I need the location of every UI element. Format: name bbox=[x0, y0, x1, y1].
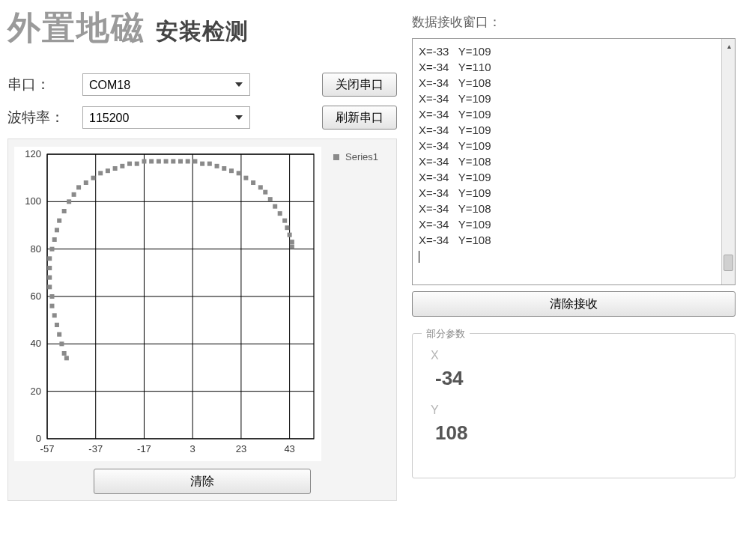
svg-rect-70 bbox=[251, 180, 255, 185]
close-port-button[interactable]: 关闭串口 bbox=[322, 73, 397, 97]
svg-rect-61 bbox=[186, 159, 190, 164]
svg-rect-37 bbox=[57, 332, 61, 337]
chart-panel: -57-37-1732343020406080100120 Series1 清除 bbox=[7, 139, 397, 501]
svg-text:-57: -57 bbox=[40, 443, 55, 454]
svg-rect-53 bbox=[127, 162, 132, 166]
svg-rect-59 bbox=[171, 159, 175, 164]
legend-label: Series1 bbox=[345, 151, 378, 162]
svg-rect-42 bbox=[57, 219, 61, 223]
svg-rect-43 bbox=[62, 209, 67, 213]
svg-text:0: 0 bbox=[36, 433, 41, 444]
svg-rect-78 bbox=[288, 233, 292, 237]
baud-label: 波特率： bbox=[7, 108, 75, 127]
port-label: 串口： bbox=[7, 75, 75, 94]
param-y-value: 108 bbox=[435, 421, 717, 445]
svg-rect-38 bbox=[59, 341, 64, 346]
svg-rect-51 bbox=[113, 166, 118, 171]
svg-rect-62 bbox=[192, 159, 197, 164]
svg-rect-28 bbox=[47, 266, 52, 270]
svg-rect-32 bbox=[49, 294, 54, 299]
svg-rect-33 bbox=[49, 304, 54, 308]
svg-rect-55 bbox=[142, 159, 146, 164]
svg-rect-74 bbox=[273, 204, 277, 209]
param-y-label: Y bbox=[431, 404, 717, 417]
svg-rect-64 bbox=[207, 162, 212, 166]
svg-rect-69 bbox=[243, 176, 248, 180]
legend-marker-icon bbox=[333, 154, 339, 160]
page-title: 外置地磁 安装检测 bbox=[7, 6, 397, 50]
title-main: 外置地磁 bbox=[7, 6, 145, 50]
svg-rect-73 bbox=[268, 197, 273, 201]
params-fieldset: 部分参数 X -34 Y 108 bbox=[412, 333, 736, 478]
port-select[interactable]: COM18 bbox=[82, 73, 250, 96]
svg-text:43: 43 bbox=[284, 443, 294, 454]
svg-rect-65 bbox=[215, 164, 219, 168]
svg-text:100: 100 bbox=[25, 195, 41, 207]
svg-text:23: 23 bbox=[236, 443, 246, 454]
svg-text:3: 3 bbox=[190, 443, 195, 454]
svg-rect-60 bbox=[178, 159, 183, 164]
svg-rect-49 bbox=[98, 171, 103, 175]
svg-rect-54 bbox=[135, 162, 139, 166]
svg-rect-68 bbox=[237, 171, 241, 175]
recv-scrollbar[interactable]: ▴ bbox=[721, 39, 735, 284]
svg-rect-45 bbox=[72, 192, 76, 197]
svg-rect-79 bbox=[290, 240, 294, 244]
svg-rect-47 bbox=[84, 180, 88, 185]
clear-recv-button[interactable]: 清除接收 bbox=[412, 291, 736, 317]
svg-rect-41 bbox=[55, 228, 59, 232]
svg-rect-46 bbox=[76, 185, 81, 189]
scroll-thumb[interactable] bbox=[724, 255, 733, 271]
clear-chart-button[interactable]: 清除 bbox=[94, 469, 311, 494]
svg-text:60: 60 bbox=[31, 290, 41, 302]
svg-rect-75 bbox=[278, 211, 282, 216]
svg-rect-48 bbox=[91, 176, 95, 180]
svg-rect-40 bbox=[64, 356, 69, 360]
svg-rect-63 bbox=[200, 162, 204, 166]
svg-rect-57 bbox=[157, 159, 161, 164]
svg-rect-72 bbox=[263, 190, 267, 195]
svg-rect-31 bbox=[49, 247, 54, 252]
svg-rect-39 bbox=[62, 351, 67, 356]
param-x-value: -34 bbox=[435, 367, 717, 390]
svg-rect-35 bbox=[52, 237, 57, 242]
svg-rect-34 bbox=[52, 313, 57, 317]
svg-rect-56 bbox=[149, 159, 154, 164]
recv-window[interactable]: X=-33 Y=109 X=-34 Y=110 X=-34 Y=108 X=-3… bbox=[412, 38, 736, 285]
svg-rect-50 bbox=[106, 168, 110, 173]
svg-text:20: 20 bbox=[31, 386, 41, 397]
recv-window-label: 数据接收窗口： bbox=[412, 13, 736, 31]
svg-rect-71 bbox=[258, 185, 263, 189]
svg-rect-44 bbox=[67, 199, 71, 204]
svg-rect-58 bbox=[164, 159, 169, 164]
scroll-up-icon[interactable]: ▴ bbox=[722, 39, 736, 52]
refresh-port-button[interactable]: 刷新串口 bbox=[322, 106, 397, 130]
svg-text:-37: -37 bbox=[88, 443, 103, 454]
svg-rect-27 bbox=[47, 256, 52, 261]
svg-rect-52 bbox=[120, 164, 124, 168]
svg-rect-77 bbox=[285, 225, 289, 230]
chart-legend: Series1 bbox=[333, 151, 378, 162]
svg-rect-76 bbox=[282, 219, 287, 223]
svg-rect-80 bbox=[290, 245, 294, 249]
param-x-label: X bbox=[431, 349, 717, 362]
svg-text:-17: -17 bbox=[137, 443, 151, 454]
recv-content: X=-33 Y=109 X=-34 Y=110 X=-34 Y=108 X=-3… bbox=[413, 39, 735, 268]
svg-text:80: 80 bbox=[31, 243, 41, 255]
svg-rect-66 bbox=[222, 166, 226, 171]
baud-select[interactable]: 115200 bbox=[82, 106, 250, 129]
scatter-chart: -57-37-1732343020406080100120 bbox=[14, 147, 321, 461]
svg-text:120: 120 bbox=[25, 148, 41, 159]
title-sub: 安装检测 bbox=[156, 16, 249, 47]
svg-rect-67 bbox=[229, 168, 234, 173]
svg-text:40: 40 bbox=[31, 338, 41, 349]
svg-rect-36 bbox=[55, 323, 59, 327]
svg-rect-30 bbox=[47, 284, 52, 289]
svg-rect-29 bbox=[47, 276, 52, 280]
params-legend: 部分参数 bbox=[422, 327, 470, 341]
